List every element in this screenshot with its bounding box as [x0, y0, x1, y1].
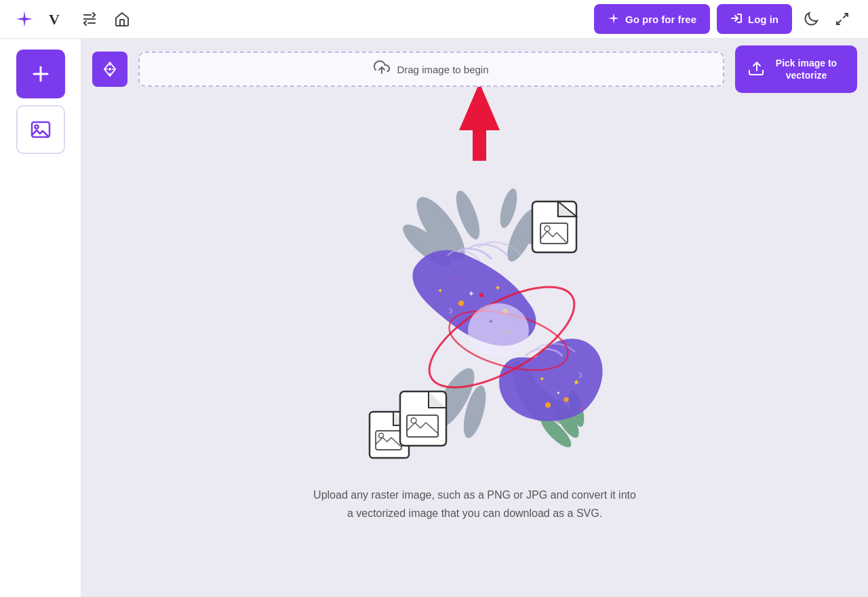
- svg-text:✦: ✦: [505, 329, 510, 335]
- svg-text:✦: ✦: [539, 375, 545, 383]
- header-right: Go pro for free Log in: [594, 4, 854, 34]
- header-left: V: [14, 8, 133, 30]
- svg-point-48: [468, 303, 529, 358]
- go-pro-label: Go pro for free: [625, 14, 696, 25]
- description-line1: Upload any raster image, such as a PNG o…: [313, 489, 636, 501]
- pick-image-label: Pick image to vectorize: [769, 57, 844, 81]
- add-button[interactable]: [16, 50, 65, 98]
- logo-icon[interactable]: V: [46, 8, 68, 30]
- upload-icon: [374, 59, 390, 79]
- svg-text:V: V: [49, 11, 60, 28]
- canvas-topbar: ✦ Drag image to begin: [81, 39, 868, 100]
- home-icon[interactable]: [111, 8, 133, 30]
- header: V Go pro for free: [0, 0, 868, 39]
- sidebar: [0, 39, 81, 597]
- drop-zone-label: Drag image to begin: [397, 64, 488, 75]
- svg-text:✦: ✦: [437, 287, 443, 294]
- login-icon: [730, 12, 743, 26]
- login-label: Log in: [748, 14, 778, 25]
- vectorize-tool-button[interactable]: ✦: [92, 52, 127, 87]
- svg-point-35: [458, 301, 464, 306]
- svg-text:✦: ✦: [556, 390, 561, 396]
- svg-text:★: ★: [495, 284, 500, 291]
- svg-point-12: [108, 68, 111, 71]
- go-pro-button[interactable]: Go pro for free: [594, 4, 710, 34]
- svg-point-42: [545, 402, 551, 408]
- description-line2: a vectorized image that you can download…: [347, 507, 602, 519]
- svg-text:✦: ✦: [488, 318, 494, 325]
- svg-text:✦: ✦: [451, 275, 456, 281]
- main-layout: ✦ Drag image to begin: [0, 39, 868, 597]
- pick-image-upload-icon: [749, 60, 764, 79]
- sparkle-icon[interactable]: [14, 8, 35, 30]
- svg-text:✦: ✦: [468, 289, 475, 298]
- pro-sparkle-icon: [608, 12, 620, 26]
- svg-point-44: [580, 406, 584, 410]
- description-text: Upload any raster image, such as a PNG o…: [313, 486, 636, 522]
- svg-text:✦: ✦: [500, 316, 505, 321]
- svg-point-36: [479, 293, 484, 297]
- canvas-area: ✦ Drag image to begin: [81, 39, 868, 597]
- svg-text:☽: ☽: [576, 372, 583, 379]
- image-button[interactable]: [16, 105, 65, 154]
- canvas-content: ✦ ✦ ✦ ★ ☽ ✦: [81, 100, 868, 597]
- illustration: ✦ ✦ ✦ ★ ☽ ✦: [332, 147, 617, 459]
- expand-button[interactable]: [830, 7, 854, 31]
- dark-mode-button[interactable]: [799, 7, 823, 31]
- svg-point-11: [35, 126, 38, 129]
- pick-image-button[interactable]: Pick image to vectorize: [735, 45, 857, 93]
- drop-zone[interactable]: Drag image to begin: [138, 52, 724, 87]
- svg-point-22: [497, 187, 521, 230]
- svg-point-43: [564, 398, 569, 402]
- login-button[interactable]: Log in: [717, 4, 792, 34]
- svg-text:✦: ✦: [492, 333, 496, 338]
- sort-icon[interactable]: [79, 8, 100, 30]
- svg-rect-4: [120, 20, 124, 26]
- svg-text:☽: ☽: [446, 307, 453, 315]
- svg-rect-53: [532, 201, 576, 252]
